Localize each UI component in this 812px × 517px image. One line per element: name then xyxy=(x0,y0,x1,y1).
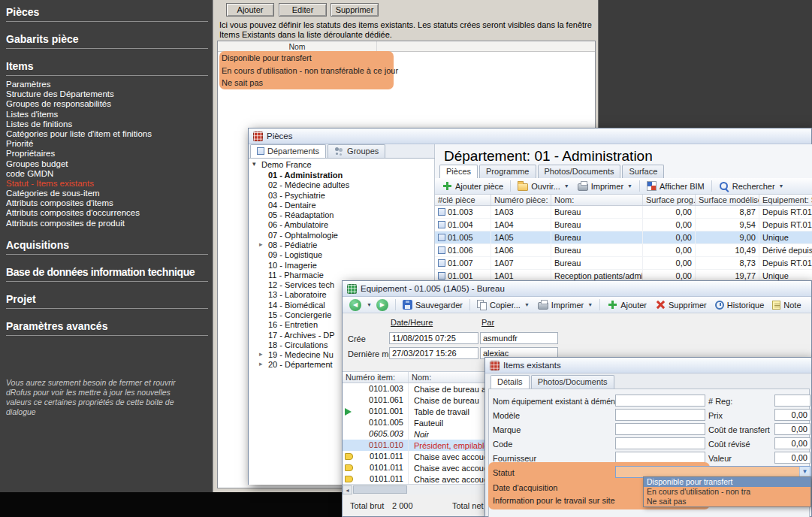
room-row-01-006[interactable]: 01.006 1A06 Bureau 0,00 10,49 Dérivé dep… xyxy=(435,244,812,257)
tab-details[interactable]: Détails xyxy=(491,375,530,389)
scrollbar-thumb[interactable] xyxy=(353,485,407,494)
room-row-01-007[interactable]: 01.007 1A07 Bureau 0,00 8,73 Depuis RT.0… xyxy=(435,257,812,270)
tree-node-17[interactable]: 17 - Archives - DP xyxy=(268,331,335,340)
tree-node-02[interactable]: 02 - Médecine adultes xyxy=(268,180,349,189)
status-option-disponible[interactable]: Disponible pour transfert xyxy=(644,477,810,487)
column-header-equipement-statut[interactable]: Equipement: Sta xyxy=(759,195,812,205)
name-to-move-input[interactable] xyxy=(615,395,705,407)
search-button[interactable]: Rechercher ▼ xyxy=(715,180,788,192)
column-header-surface-modelisee[interactable]: Surface modélisée xyxy=(696,195,759,205)
scroll-left-button[interactable]: ◂ xyxy=(343,485,352,494)
print-button[interactable]: Imprimer ▼ xyxy=(574,180,636,192)
tree-node-19[interactable]: 19 - Medecine Nu xyxy=(268,350,334,359)
tab-departements[interactable]: Départements xyxy=(250,144,326,158)
nav-back-button[interactable]: ◀ xyxy=(346,298,365,313)
tree-node-16[interactable]: 16 - Entretien xyxy=(268,320,318,329)
transfer-cost-input[interactable]: 0,00 xyxy=(774,423,810,435)
code-input[interactable] xyxy=(615,437,705,449)
revised-cost-input[interactable]: 0,00 xyxy=(774,437,810,449)
tree-node-14[interactable]: 14 - Biomédical xyxy=(268,301,325,310)
save-button[interactable]: Sauvegarder xyxy=(399,298,466,311)
pieces-titlebar[interactable]: Pièces xyxy=(249,128,811,144)
sidebar-item-attributs-composites-produit[interactable]: Attributs composites de produit xyxy=(6,219,213,228)
sidebar-item-groupes-budget[interactable]: Groupes budget xyxy=(6,159,213,169)
tab-groupes[interactable]: Groupes xyxy=(328,144,385,158)
print-button[interactable]: Imprimer ▼ xyxy=(534,298,596,311)
created-datetime-field[interactable]: 11/08/2015 07:25 xyxy=(389,332,478,344)
sidebar-item-attributs-composites-items[interactable]: Attributs composites d'items xyxy=(6,198,213,208)
price-input[interactable]: 0,00 xyxy=(774,409,810,421)
tree-node-03[interactable]: 03 - Psychiatrie xyxy=(268,191,325,200)
tree-node-15[interactable]: 15 - Conciergerie xyxy=(268,310,331,319)
modified-datetime-field[interactable]: 27/03/2017 15:26 xyxy=(389,347,478,359)
created-by-field[interactable]: asmundfr xyxy=(480,332,558,344)
sidebar-heading-projet[interactable]: Projet xyxy=(6,292,208,309)
column-header-numero-piece[interactable]: Numéro pièce: xyxy=(491,195,551,205)
add-room-button[interactable]: Ajouter pièce xyxy=(438,180,507,192)
sidebar-item-groupes-de-responsabilites[interactable]: Groupes de responsabilités xyxy=(6,99,213,109)
sidebar-item-attributs-composites-occurrences[interactable]: Attributs composites d'occurrences xyxy=(6,208,213,218)
show-bim-button[interactable]: Afficher BIM xyxy=(643,180,708,192)
sidebar-heading-gabarits-piece[interactable]: Gabarits pièce xyxy=(6,32,208,49)
sidebar-item-categories-liste-item-finitions[interactable]: Catégories pour liste d'item et finition… xyxy=(6,129,213,139)
sidebar-item-categories-de-sous-item[interactable]: Catégories de sous-item xyxy=(6,189,213,198)
tree-node-12[interactable]: 12 - Services tech xyxy=(268,280,334,289)
tree-node-13[interactable]: 13 - Laboratoire xyxy=(268,290,327,299)
tree-node-05[interactable]: 05 - Réadaptation xyxy=(268,210,334,219)
sidebar-item-proprietaires[interactable]: Propriétaires xyxy=(6,149,213,159)
sidebar-item-parametres[interactable]: Paramètres xyxy=(6,80,213,89)
tree-expander-19[interactable]: ▸ xyxy=(259,350,263,358)
brand-input[interactable] xyxy=(615,423,705,435)
column-header-nom[interactable]: Nom xyxy=(218,41,377,52)
copy-button[interactable]: Copier... ▼ xyxy=(473,298,533,311)
edit-status-button[interactable]: Editer xyxy=(279,3,327,17)
column-header-numero-item[interactable]: Numéro item: xyxy=(343,372,409,382)
note-button[interactable]: Note xyxy=(768,299,804,311)
sidebar-item-listes-d-items[interactable]: Listes d'items xyxy=(6,110,213,119)
sidebar-heading-base-de-donnees[interactable]: Base de données information technique xyxy=(6,265,208,282)
tree-node-04[interactable]: 04 - Dentaire xyxy=(268,201,316,210)
room-row-01-005-selected[interactable]: 01.005 1A05 Bureau 0,00 9,00 Unique xyxy=(435,231,812,244)
sidebar-heading-parametres-avances[interactable]: Paramètres avancés xyxy=(6,319,208,336)
sidebar-item-code-gmdn[interactable]: code GMDN xyxy=(6,169,213,179)
room-row-01-003[interactable]: 01.003 1A03 Bureau 0,00 8,87 Depuis RT.0… xyxy=(435,206,812,219)
sidebar-heading-acquisitions[interactable]: Acquisitions xyxy=(6,237,208,255)
tree-node-20[interactable]: 20 - Département xyxy=(268,360,333,369)
sidebar-item-structure-des-departements[interactable]: Structure des Départements xyxy=(6,89,213,99)
history-button[interactable]: Historique xyxy=(711,299,768,311)
tab-photos-documents[interactable]: Photos/Documents xyxy=(531,375,614,389)
reg-input[interactable] xyxy=(774,395,810,407)
delete-status-button[interactable]: Supprimer xyxy=(331,3,379,17)
equipment-titlebar[interactable]: Equipement - 01.005 (1A05) - Bureau xyxy=(343,281,811,297)
tree-node-11[interactable]: 11 - Pharmacie xyxy=(268,271,324,280)
nav-forward-button[interactable]: ▶ xyxy=(373,298,392,313)
tree-expander-20[interactable]: ▸ xyxy=(259,360,263,367)
add-status-button[interactable]: Ajouter xyxy=(226,3,274,17)
tab-pieces[interactable]: Pièces xyxy=(439,165,478,178)
status-option-en-cours[interactable]: En cours d'utilisation - non tra xyxy=(644,487,810,497)
add-button[interactable]: Ajouter xyxy=(603,298,651,311)
sidebar-item-priorite[interactable]: Priorité xyxy=(6,139,213,149)
tree-node-01-administration[interactable]: 01 - Administration xyxy=(268,171,343,180)
status-option-ne-sait-pas[interactable]: Ne sait pas xyxy=(644,497,810,506)
items-dialog-titlebar[interactable]: Items existants xyxy=(485,358,811,373)
sidebar-heading-pieces[interactable]: Pièces xyxy=(6,5,208,22)
sidebar-heading-items[interactable]: Items xyxy=(6,59,208,76)
sidebar-item-listes-de-finitions[interactable]: Listes de finitions xyxy=(6,119,213,129)
chevron-down-icon[interactable]: ▼ xyxy=(799,467,810,477)
column-header-cle-piece[interactable]: #clé pièce xyxy=(435,195,491,205)
value-input[interactable]: 0,00 xyxy=(774,452,810,464)
tab-photos-documents[interactable]: Photos/Documents xyxy=(538,165,621,178)
status-row-ne-sait-pas[interactable]: Ne sait pas xyxy=(218,77,595,89)
open-button[interactable]: Ouvrir... ▼ xyxy=(514,180,572,192)
tree-node-07[interactable]: 07 - Ophtalmologie xyxy=(268,231,338,240)
tree-expander-08[interactable]: ▸ xyxy=(259,240,263,248)
tree-node-06[interactable]: 06 - Ambulatoire xyxy=(268,220,328,229)
delete-button[interactable]: Supprimer xyxy=(651,298,711,311)
status-row-disponible[interactable]: Disponible pour transfert xyxy=(218,52,595,65)
tab-programme[interactable]: Programme xyxy=(479,165,536,178)
chevron-down-icon[interactable]: ▼ xyxy=(367,302,372,307)
model-input[interactable] xyxy=(615,409,705,421)
tree-node-09[interactable]: 09 - Logistique xyxy=(268,250,322,259)
room-row-01-004[interactable]: 01.004 1A04 Bureau 0,00 9,54 Depuis RT.0… xyxy=(435,219,812,231)
